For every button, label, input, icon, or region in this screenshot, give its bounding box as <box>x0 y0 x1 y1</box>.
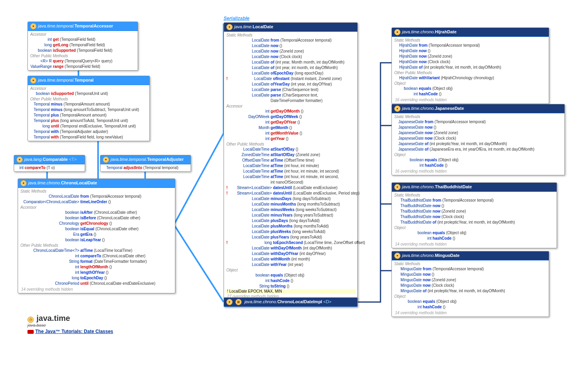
method-row[interactable]: LocalDate parse (CharSequence text, <box>226 93 356 98</box>
method-row[interactable]: ThaiBuddhistDate now () <box>393 203 555 209</box>
method-row[interactable]: JapaneseDate of (JapaneseEra era, int ye… <box>393 147 563 152</box>
method-row[interactable]: MinguoDate now (Clock clock) <box>393 283 547 288</box>
method-row[interactable]: ThaiBuddhistDate of (int prolepticYear, … <box>393 220 555 225</box>
method-row[interactable]: boolean equals (Object obj) <box>393 299 547 304</box>
method-row[interactable]: boolean isSupported (TemporalUnit unit) <box>29 91 148 96</box>
method-row[interactable]: Temporal adjustInto (Temporal temporal) <box>102 165 189 171</box>
method-row[interactable]: LocalDate ofYearDay (int year, int dayOf… <box>226 82 356 87</box>
method-row[interactable]: JapaneseDate now (ZoneId zone) <box>393 130 563 136</box>
method-row[interactable]: int lengthOfYear () <box>20 270 173 275</box>
method-row[interactable]: boolean isAfter (ChronoLocalDate other) <box>20 210 173 215</box>
method-row[interactable]: Comparator<ChronoLocalDate> timeLineOrde… <box>20 199 173 205</box>
method-row[interactable]: ! LocalDate ofInstant (Instant instant, … <box>226 76 356 82</box>
method-row[interactable]: HijrahDate now () <box>393 48 547 54</box>
method-row[interactable]: DateTimeFormatter formatter) <box>226 98 356 104</box>
method-row[interactable]: boolean isSupported (TemporalField field… <box>29 48 136 53</box>
method-row[interactable]: JapaneseDate of (int prolepticYear, int … <box>393 141 563 147</box>
class-header[interactable]: ●java.time.chrono.ChronoLocalDate <box>18 179 175 188</box>
method-row[interactable]: ChronoPeriod until (ChronoLocalDate endD… <box>20 281 173 286</box>
method-row[interactable]: int get (TemporalField field) <box>29 37 136 42</box>
method-row[interactable]: HijrahDate from (TemporalAccessor tempor… <box>393 43 547 48</box>
method-row[interactable]: LocalDate of (int year, Month month, int… <box>226 60 356 65</box>
method-row[interactable]: ! Stream<LocalDate> datesUntil (LocalDat… <box>226 191 356 196</box>
method-row[interactable]: boolean isLeapYear () <box>20 237 173 243</box>
method-row[interactable]: JapaneseDate now () <box>393 125 563 130</box>
method-row[interactable]: MinguoDate from (TemporalAccessor tempor… <box>393 266 547 272</box>
method-row[interactable]: LocalDateTime atTime (int hour, int minu… <box>226 174 356 180</box>
method-row[interactable]: LocalDate parse (CharSequence text) <box>226 87 356 93</box>
method-row[interactable]: ChronoLocalDateTime<?> atTime (LocalTime… <box>20 248 173 253</box>
method-row[interactable]: Temporal minus (TemporalAmount amount) <box>29 102 148 107</box>
method-row[interactable]: LocalDate withDayOfMonth (int dayOfMonth… <box>226 246 356 251</box>
method-row[interactable]: boolean isBefore (ChronoLocalDate other) <box>20 215 173 221</box>
method-row[interactable]: HijrahDate withVariant (HijrahChronology… <box>393 75 547 81</box>
method-row[interactable]: Temporal minus (long amountToSubtract, T… <box>29 107 148 113</box>
method-row[interactable]: LocalDate withMonth (int month) <box>226 257 356 262</box>
class-header[interactable]: ●java.lang.Comparable <T> <box>14 155 85 164</box>
method-row[interactable]: LocalDate now (Clock clock) <box>226 54 356 60</box>
method-row[interactable]: LocalDate of (int year, int month, int d… <box>226 65 356 71</box>
method-row[interactable]: MinguoDate of (int prolepticYear, int mo… <box>393 288 547 294</box>
method-row[interactable]: OffsetDateTime atTime (OffsetTime time) <box>226 158 356 163</box>
method-row[interactable]: Era getEra () <box>20 232 173 237</box>
method-row[interactable]: JapaneseDate now (Clock clock) <box>393 136 563 141</box>
method-row[interactable]: boolean equals (Object obj) <box>393 86 547 91</box>
method-row[interactable]: long toEpochDay () <box>20 275 173 281</box>
class-header[interactable]: ●java.time.chrono.ThaiBuddhistDate <box>392 183 557 192</box>
method-row[interactable]: ThaiBuddhistDate now (Clock clock) <box>393 214 555 220</box>
method-row[interactable]: LocalDate now () <box>226 43 356 49</box>
method-row[interactable]: int hashCode () <box>393 91 547 97</box>
method-row[interactable]: LocalDateTime atStartOfDay () <box>226 147 356 152</box>
method-row[interactable]: int lengthOfMonth () <box>20 264 173 270</box>
method-row[interactable]: boolean equals (Object obj) <box>393 230 555 236</box>
method-row[interactable]: MinguoDate now () <box>393 272 547 277</box>
method-row[interactable]: String toString () <box>226 284 356 289</box>
method-row[interactable]: int hashCode () <box>393 163 563 168</box>
method-row[interactable]: Temporal plus (long amountToAdd, Tempora… <box>29 118 148 124</box>
method-row[interactable]: int compareTo (ChronoLocalDate other) <box>20 253 173 259</box>
class-header[interactable]: ● ▦ java.time.chrono.ChronoLocalDateImpl… <box>224 298 357 307</box>
method-row[interactable]: Month getMonth () <box>226 125 356 131</box>
method-row[interactable]: int hashCode () <box>226 278 356 284</box>
method-row[interactable]: int getYear () <box>226 136 356 142</box>
method-row[interactable]: LocalDate plusWeeks (long weeksToAdd) <box>226 229 356 235</box>
method-row[interactable]: LocalDate withYear (int year) <box>226 262 356 268</box>
method-row[interactable]: LocalDate plusYears (long yearsToAdd) <box>226 235 356 240</box>
method-row[interactable]: DayOfWeek getDayOfWeek () <box>226 114 356 120</box>
class-header[interactable]: ●java.time.LocalDate <box>224 23 357 32</box>
method-row[interactable]: LocalDate plusDays (long daysToAdd) <box>226 218 356 224</box>
method-row[interactable]: Temporal with (TemporalAdjuster adjuster… <box>29 129 148 135</box>
method-row[interactable]: LocalDate minusYears (long yearsToSubtra… <box>226 213 356 218</box>
method-row[interactable]: LocalDate now (ZoneId zone) <box>226 49 356 54</box>
method-row[interactable]: ThaiBuddhistDate from (TemporalAccessor … <box>393 198 555 203</box>
method-row[interactable]: ! long toEpochSecond (LocalTime time, Zo… <box>226 240 356 246</box>
method-row[interactable]: LocalDate minusWeeks (long weeksToSubtra… <box>226 207 356 213</box>
class-header[interactable]: ●java.time.chrono.HijrahDate <box>392 28 549 37</box>
method-row[interactable]: JapaneseDate from (TemporalAccessor temp… <box>393 119 563 125</box>
method-row[interactable]: LocalDate plusMonths (long monthsToAdd) <box>226 224 356 229</box>
method-row[interactable]: int compareTo (T o) <box>16 165 83 171</box>
class-header[interactable]: ●java.time.chrono.JapaneseDate <box>392 104 564 113</box>
method-row[interactable]: <R> R query (TemporalQuery<R> query) <box>29 58 136 64</box>
method-row[interactable]: LocalDate withDayOfYear (int dayOfYear) <box>226 251 356 257</box>
class-header[interactable]: ●java.time.temporal.TemporalAccessor <box>28 22 138 31</box>
method-row[interactable]: Chronology getChronology () <box>20 221 173 226</box>
method-row[interactable]: LocalDateTime atTime (int hour, int minu… <box>226 169 356 174</box>
method-row[interactable]: long until (Temporal endExclusive, Tempo… <box>29 124 148 129</box>
method-row[interactable]: ThaiBuddhistDate now (ZoneId zone) <box>393 209 555 214</box>
method-row[interactable]: int nanoOfSecond) <box>226 180 356 185</box>
method-row[interactable]: HijrahDate now (Clock clock) <box>393 59 547 65</box>
method-row[interactable]: HijrahDate now (ZoneId zone) <box>393 54 547 59</box>
class-header[interactable]: ●java.time.temporal.Temporal <box>28 76 149 85</box>
class-header[interactable]: ●java.time.chrono.MinguoDate <box>392 251 549 260</box>
method-row[interactable]: LocalDate ofEpochDay (long epochDay) <box>226 71 356 76</box>
method-row[interactable]: LocalDate from (TemporalAccessor tempora… <box>226 38 356 43</box>
method-row[interactable]: LocalDateTime atTime (int hour, int minu… <box>226 163 356 169</box>
serializable-label-1[interactable]: Serializable <box>224 16 249 21</box>
method-row[interactable]: int hashCode () <box>393 236 555 241</box>
method-row[interactable]: int getDayOfYear () <box>226 120 356 125</box>
method-row[interactable]: ZonedDateTime atStartOfDay (ZoneId zone) <box>226 152 356 158</box>
method-row[interactable]: MinguoDate now (ZoneId zone) <box>393 277 547 283</box>
method-row[interactable]: ValueRange range (TemporalField field) <box>29 64 136 69</box>
method-row[interactable]: boolean isEqual (ChronoLocalDate other) <box>20 226 173 232</box>
